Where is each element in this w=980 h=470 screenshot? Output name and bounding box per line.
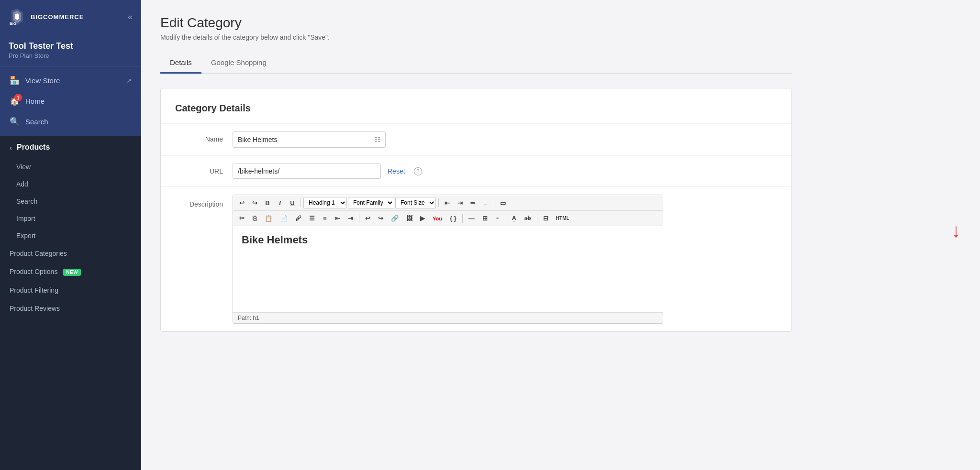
clean-button[interactable]: 🖊 — [292, 213, 305, 224]
page-subtitle: Modify the details of the category below… — [160, 33, 792, 41]
back-arrow-icon: ‹ — [10, 143, 12, 152]
store-info: Tool Tester Test Pro Plan Store — [0, 33, 141, 66]
view-store-label: View Store — [25, 77, 60, 85]
category-details-section: Category Details Name ☷ URL Reset — [160, 88, 792, 332]
align-left-button[interactable]: ⇤ — [441, 197, 453, 208]
url-control: Reset ? — [233, 164, 777, 179]
redo2-button[interactable]: ↪ — [375, 213, 387, 224]
image-button[interactable]: 🖼 — [403, 213, 416, 224]
name-input[interactable] — [238, 136, 374, 143]
font-family-select[interactable]: Font Family — [348, 197, 394, 208]
home-label: Home — [25, 97, 45, 105]
url-label: URL — [175, 164, 233, 175]
products-section-header[interactable]: ‹ Products — [0, 136, 141, 158]
paste-text-button[interactable]: 📄 — [277, 213, 291, 224]
copy-button[interactable]: ⎘ — [249, 213, 260, 224]
table2-button[interactable]: ⊟ — [540, 213, 552, 224]
sidebar-item-product-options[interactable]: Product Options NEW — [0, 262, 141, 281]
store-icon: 🏪 — [10, 76, 20, 86]
logo-text: BIGCOMMERCE — [31, 13, 84, 21]
editor-statusbar: Path: h1 — [233, 312, 663, 323]
align-justify-button[interactable]: ≡ — [480, 197, 491, 208]
outdent-button[interactable]: ⇤ — [332, 213, 344, 224]
heading-select[interactable]: Heading 1 Heading 2 Heading 3 Paragraph — [303, 197, 347, 208]
video-button[interactable]: ▶ — [417, 213, 428, 224]
html-button[interactable]: HTML — [553, 214, 573, 223]
name-input-icon: ☷ — [374, 135, 380, 144]
style2-button[interactable]: ab̶ — [521, 213, 535, 223]
url-input[interactable] — [233, 164, 381, 179]
products-sub-import[interactable]: Import — [0, 210, 141, 227]
search-nav-label: Search — [25, 118, 48, 126]
home-badge: 1 — [14, 94, 22, 101]
sidebar-item-home[interactable]: 🏠 1 Home — [0, 91, 141, 111]
tab-details[interactable]: Details — [160, 53, 201, 74]
name-control: ☷ — [233, 131, 777, 148]
store-plan: Pro Plan Store — [9, 52, 133, 59]
style1-button[interactable]: A̲ — [509, 213, 520, 223]
svg-text:BIG: BIG — [10, 22, 16, 26]
link-button[interactable]: 🔗 — [388, 213, 402, 224]
undo-button[interactable]: ↩ — [236, 197, 248, 208]
editor-body[interactable]: Bike Helmets — [233, 226, 663, 312]
tabs: Details Google Shopping — [160, 53, 792, 74]
dotdot-button[interactable]: ··· — [492, 214, 503, 223]
external-link-icon: ↗ — [126, 77, 132, 84]
sidebar-item-search[interactable]: 🔍 Search — [0, 111, 141, 132]
editor-wrap: ↩ ↪ B I U Heading 1 Heading 2 Heading 3 … — [233, 195, 663, 324]
align-center-button[interactable]: ⇥ — [454, 197, 466, 208]
page-title: Edit Category — [160, 15, 792, 31]
cut-button[interactable]: ✂ — [236, 213, 248, 224]
sidebar-header: BIG BIGCOMMERCE « — [0, 0, 141, 33]
redo-button[interactable]: ↪ — [249, 197, 261, 208]
table-button[interactable]: ⊞ — [479, 213, 491, 224]
name-label: Name — [175, 131, 233, 143]
collapse-sidebar-button[interactable]: « — [128, 12, 133, 22]
products-header-label: Products — [17, 143, 50, 152]
url-row: URL Reset ? — [161, 155, 791, 186]
category-details-title: Category Details — [161, 103, 791, 123]
italic-button[interactable]: I — [274, 197, 286, 208]
reset-link[interactable]: Reset — [388, 167, 405, 175]
paste-button[interactable]: 📋 — [261, 213, 276, 224]
description-row: Description ↩ ↪ B I U Heading 1 — [161, 186, 791, 331]
numbered-list-button[interactable]: ≡ — [319, 213, 331, 224]
undo2-button[interactable]: ↩ — [362, 213, 374, 224]
sidebar-item-view-store[interactable]: 🏪 View Store ↗ — [0, 70, 141, 91]
align-right-button[interactable]: ⇨ — [467, 197, 479, 208]
youtube-button[interactable]: You — [429, 214, 445, 223]
products-sub-search[interactable]: Search — [0, 193, 141, 210]
sidebar-item-product-reviews[interactable]: Product Reviews — [0, 299, 141, 317]
toolbar-separator-2 — [438, 198, 439, 207]
toolbar-separator-1 — [301, 198, 301, 207]
name-row: Name ☷ — [161, 123, 791, 155]
tab-google-shopping[interactable]: Google Shopping — [201, 53, 276, 74]
description-control: ↩ ↪ B I U Heading 1 Heading 2 Heading 3 … — [233, 195, 663, 324]
help-icon[interactable]: ? — [414, 167, 422, 175]
sidebar-item-product-filtering[interactable]: Product Filtering — [0, 281, 141, 299]
products-sub-view[interactable]: View — [0, 158, 141, 175]
toolbar-separator-3 — [494, 198, 494, 207]
toolbar2-separator-3 — [506, 214, 506, 223]
underline-button[interactable]: U — [287, 197, 298, 208]
new-badge: NEW — [63, 269, 81, 276]
indent-button[interactable]: ⇥ — [345, 213, 356, 224]
hr-button[interactable]: — — [465, 213, 478, 224]
editor-toolbar-2: ✂ ⎘ 📋 📄 🖊 ☰ ≡ ⇤ ⇥ ↩ ↪ 🔗 — [233, 211, 663, 226]
editor-content-heading: Bike Helmets — [242, 234, 654, 246]
url-row-inner: Reset ? — [233, 164, 777, 179]
font-size-select[interactable]: Font Size — [395, 197, 436, 208]
block-button[interactable]: ▭ — [497, 197, 509, 208]
main-content: Edit Category Modify the details of the … — [141, 0, 980, 470]
sidebar: BIG BIGCOMMERCE « Tool Tester Test Pro P… — [0, 0, 141, 470]
nav-top: 🏪 View Store ↗ 🏠 1 Home 🔍 Search — [0, 66, 141, 136]
bold-button[interactable]: B — [262, 197, 273, 208]
products-sub-export[interactable]: Export — [0, 227, 141, 244]
toolbar2-separator-4 — [537, 214, 537, 223]
sidebar-item-product-categories[interactable]: Product Categories — [0, 244, 141, 262]
product-options-label: Product Options — [10, 268, 57, 275]
name-input-wrapper[interactable]: ☷ — [233, 131, 386, 148]
bullet-list-button[interactable]: ☰ — [306, 213, 318, 224]
products-sub-add[interactable]: Add — [0, 175, 141, 193]
code-button[interactable]: { } — [446, 213, 460, 224]
